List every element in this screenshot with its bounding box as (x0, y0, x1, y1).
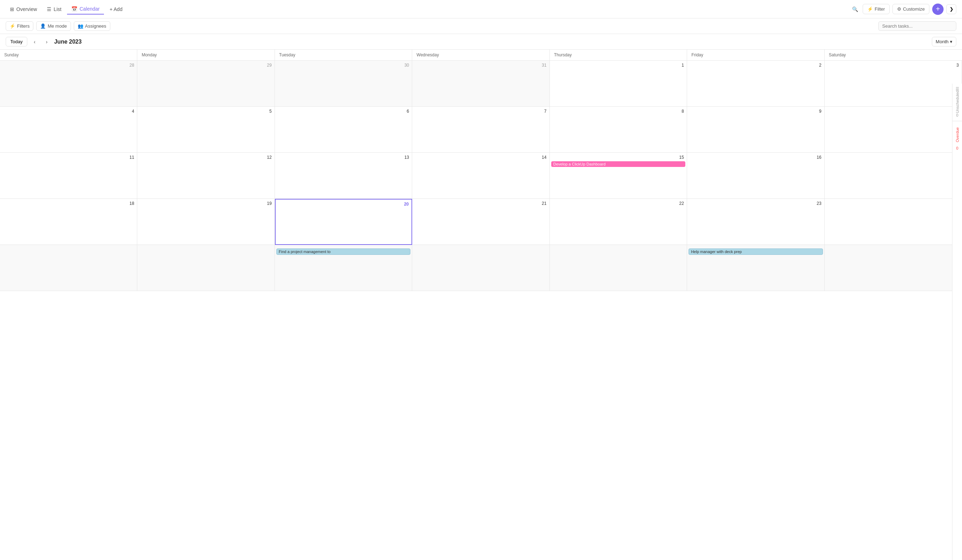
day-num: 15 (679, 155, 684, 160)
cal-day-9[interactable]: 9 (687, 107, 824, 153)
right-sidebar: ☰ Unscheduled 0 Overdue 0 (952, 84, 962, 560)
day-num: 23 (817, 201, 821, 206)
customize-label: Customize (903, 6, 925, 12)
cal-day-16[interactable]: 16 (687, 153, 824, 199)
calendar-grid: 28 29 30 31 1 2 3 4 5 6 7 8 9 10 11 12 1… (0, 61, 962, 291)
cal-day-4[interactable]: 4 (0, 107, 137, 153)
cal-day-24[interactable]: 24 (825, 199, 962, 245)
nav-calendar[interactable]: 📅 Calendar (67, 4, 104, 14)
day-header-saturday: Saturday (825, 50, 962, 60)
cal-day-10[interactable]: 10 (825, 107, 962, 153)
cal-day-6[interactable]: 6 (275, 107, 412, 153)
add-plus-icon: + (936, 5, 940, 13)
calendar-wrapper: Sunday Monday Tuesday Wednesday Thursday… (0, 50, 962, 560)
day-num: 8 (681, 109, 684, 114)
cal-day-28[interactable]: 28 (0, 61, 137, 107)
cal-day-25-area[interactable] (0, 245, 137, 291)
search-button[interactable]: 🔍 (851, 5, 860, 14)
cal-day-11[interactable]: 11 (0, 153, 137, 199)
cal-day-30[interactable]: 30 (275, 61, 412, 107)
task-develop-clickup[interactable]: Develop a ClickUp Dashboard (551, 161, 685, 167)
cal-day-7[interactable]: 7 (412, 107, 549, 153)
nav-list[interactable]: ☰ List (43, 4, 66, 14)
day-header-monday: Monday (137, 50, 274, 60)
day-num: 6 (407, 109, 409, 114)
toolbar-left: ⚡ Filters 👤 Me mode 👥 Assignees (6, 21, 110, 31)
calendar-scroll[interactable]: 28 29 30 31 1 2 3 4 5 6 7 8 9 10 11 12 1… (0, 61, 962, 560)
unscheduled-count: 0 (956, 113, 958, 117)
assignees-icon: 👥 (77, 23, 83, 29)
day-num: 9 (819, 109, 822, 114)
day-header-wednesday: Wednesday (412, 50, 549, 60)
calendar-label: Calendar (79, 6, 100, 12)
assignees-button[interactable]: 👥 Assignees (74, 21, 110, 31)
cal-day-26-area[interactable] (137, 245, 274, 291)
cal-day-21[interactable]: 21 (412, 199, 549, 245)
cal-day-27-area[interactable]: Find a project management to (275, 245, 412, 291)
cal-day-31-area[interactable] (825, 245, 962, 291)
cal-day-29-area[interactable] (550, 245, 687, 291)
day-num: 16 (817, 155, 821, 160)
day-num: 5 (269, 109, 272, 114)
cal-day-3[interactable]: 3 (825, 61, 962, 107)
overview-label: Overview (16, 6, 37, 12)
search-input[interactable] (878, 21, 956, 31)
unscheduled-sidebar-label[interactable]: Unscheduled (955, 90, 959, 113)
view-dropdown[interactable]: Month ▾ (932, 37, 956, 47)
add-task-button[interactable]: + (932, 3, 944, 15)
task-help-manager[interactable]: Help manager with deck prep (689, 248, 823, 255)
day-header-tuesday: Tuesday (275, 50, 412, 60)
month-title: June 2023 (54, 39, 82, 45)
cal-day-8[interactable]: 8 (550, 107, 687, 153)
chevron-down-icon: ❯ (949, 6, 954, 12)
cal-day-23[interactable]: 23 (687, 199, 824, 245)
filters-label: Filters (17, 23, 29, 29)
cal-day-17[interactable]: 17 (825, 153, 962, 199)
day-num: 28 (129, 63, 134, 68)
cal-day-20[interactable]: 20 (275, 199, 412, 245)
cal-day-31[interactable]: 31 (412, 61, 549, 107)
add-nav-label: + Add (110, 6, 123, 12)
day-num: 14 (542, 155, 546, 160)
top-nav: ⊞ Overview ☰ List 📅 Calendar + Add 🔍 ⚡ F… (0, 0, 962, 18)
day-headers: Sunday Monday Tuesday Wednesday Thursday… (0, 50, 962, 61)
more-button[interactable]: ❯ (946, 4, 956, 14)
nav-right: 🔍 ⚡ Filter ⚙ Customize + ❯ (851, 3, 956, 15)
cal-day-1[interactable]: 1 (550, 61, 687, 107)
calendar-header: Today ‹ › June 2023 Month ▾ (0, 34, 962, 50)
cal-day-2[interactable]: 2 (687, 61, 824, 107)
cal-day-19[interactable]: 19 (137, 199, 274, 245)
next-month-button[interactable]: › (42, 37, 52, 47)
day-num: 4 (132, 109, 134, 114)
task-find-project[interactable]: Find a project management to (276, 248, 410, 255)
filter-button[interactable]: ⚡ Filter (863, 4, 889, 14)
customize-button[interactable]: ⚙ Customize (893, 4, 930, 14)
today-button[interactable]: Today (6, 37, 27, 47)
cal-day-22[interactable]: 22 (550, 199, 687, 245)
day-num: 30 (404, 63, 409, 68)
cal-day-29[interactable]: 29 (137, 61, 274, 107)
assignees-label: Assignees (85, 23, 107, 29)
cal-day-5[interactable]: 5 (137, 107, 274, 153)
day-num: 3 (956, 63, 959, 68)
filters-button[interactable]: ⚡ Filters (6, 21, 33, 31)
filter-label: Filter (875, 6, 885, 12)
toolbar: ⚡ Filters 👤 Me mode 👥 Assignees (0, 18, 962, 34)
cal-day-28-area[interactable] (412, 245, 549, 291)
prev-month-button[interactable]: ‹ (30, 37, 39, 47)
cal-day-12[interactable]: 12 (137, 153, 274, 199)
overdue-sidebar-label[interactable]: Overdue (955, 127, 959, 142)
overdue-count: 0 (956, 146, 958, 150)
cal-day-30-area[interactable]: Help manager with deck prep (687, 245, 824, 291)
me-mode-button[interactable]: 👤 Me mode (36, 21, 71, 31)
cal-day-18[interactable]: 18 (0, 199, 137, 245)
day-num: 19 (267, 201, 271, 206)
nav-overview[interactable]: ⊞ Overview (6, 4, 41, 14)
day-num: 11 (129, 155, 134, 160)
cal-day-14[interactable]: 14 (412, 153, 549, 199)
nav-add[interactable]: + Add (105, 4, 127, 14)
day-num: 1 (681, 63, 684, 68)
cal-day-13[interactable]: 13 (275, 153, 412, 199)
cal-day-15[interactable]: 15 Develop a ClickUp Dashboard (550, 153, 687, 199)
calendar-nav: Today ‹ › June 2023 (6, 37, 82, 47)
